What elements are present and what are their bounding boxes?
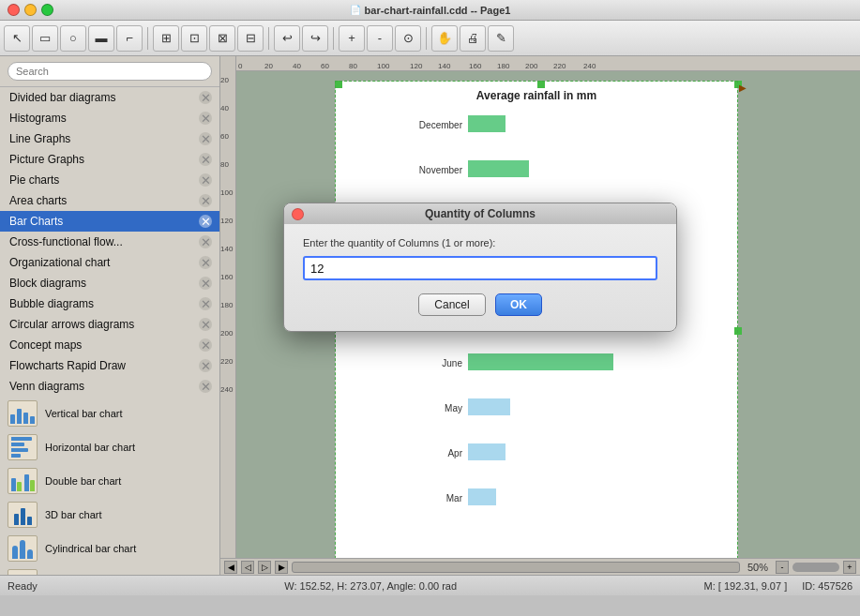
pan-tool[interactable]: ✋ [431, 25, 458, 52]
sidebar-item-divided-bar[interactable]: Divided bar diagrams ✕ [0, 87, 219, 108]
ok-button[interactable]: OK [495, 293, 542, 316]
element-id: ID: 457526 [802, 580, 852, 592]
zoom-out-button[interactable]: - [776, 561, 789, 574]
chart-row: May [401, 398, 728, 417]
sidebar-item-vertical-bar[interactable]: Vertical bar chart [0, 397, 219, 430]
chart-row: December [401, 115, 728, 134]
sidebar-item-area-charts[interactable]: Area charts ✕ [0, 190, 219, 211]
zoom-slider[interactable] [792, 563, 839, 572]
nav-right-button[interactable]: ▶ [275, 561, 288, 574]
sidebar-item-line-graphs[interactable]: Line Graphs ✕ [0, 128, 219, 149]
chart-bar-green [468, 115, 505, 132]
vertical-bar-icon [8, 400, 38, 427]
cancel-button[interactable]: Cancel [418, 293, 486, 316]
selection-handle-mr [734, 327, 742, 335]
coord3d-icon: ⊹ [8, 569, 38, 575]
ruler-v-mark: 140 [220, 245, 233, 253]
sidebar-item-close-icon[interactable]: ✕ [199, 318, 212, 331]
sidebar-item-close-icon[interactable]: ✕ [199, 235, 212, 248]
sidebar-item-concept-maps[interactable]: Concept maps ✕ [0, 335, 219, 355]
undo-tool[interactable]: ↩ [274, 25, 300, 52]
zoom-fit-tool[interactable]: ⊙ [395, 25, 421, 52]
chart-row-label: Apr [401, 448, 462, 458]
line-tool[interactable]: ▬ [88, 25, 114, 52]
sidebar-item-close-icon[interactable]: ✕ [199, 194, 212, 207]
ruler-mark: 160 [469, 62, 481, 70]
status-text: Ready [8, 580, 38, 592]
sidebar-item-close-icon[interactable]: ✕ [199, 132, 212, 145]
ruler-v-mark: 200 [220, 329, 233, 338]
distribute-tool[interactable]: ⊟ [237, 25, 264, 52]
ruler-mark: 60 [321, 62, 329, 70]
sidebar-item-picture-graphs[interactable]: Picture Graphs ✕ [0, 149, 219, 170]
canvas-row: 20 40 60 80 100 120 140 160 180 200 220 … [220, 71, 860, 558]
zoom-out-tool[interactable]: - [367, 25, 393, 52]
columns-input[interactable] [303, 256, 657, 280]
ruler-v-mark: 120 [220, 217, 233, 225]
sidebar-item-close-icon[interactable]: ✕ [199, 112, 212, 125]
dialog-close-button[interactable] [292, 208, 304, 220]
sidebar-item-org-chart[interactable]: Organizational chart ✕ [0, 252, 219, 273]
statusbar: Ready W: 152.52, H: 273.07, Angle: 0.00 … [0, 575, 860, 595]
sidebar-item-bar-charts[interactable]: Bar Charts ✕ [0, 211, 219, 232]
pencil-tool[interactable]: ✎ [488, 25, 514, 52]
ruler-v-mark: 220 [220, 357, 233, 366]
search-input[interactable] [8, 62, 212, 81]
sidebar-item-close-icon[interactable]: ✕ [199, 380, 212, 393]
redo-tool[interactable]: ↪ [302, 25, 328, 52]
separator-1 [147, 27, 148, 50]
bottom-nav-bar: ◀ ◁ ▷ ▶ 50% - + [220, 558, 860, 575]
print-tool[interactable]: 🖨 [460, 25, 486, 52]
canvas-inner: Average rainfall in mm December Novem [236, 71, 860, 558]
connector-tool[interactable]: ⌐ [116, 25, 143, 52]
ungroup-tool[interactable]: ⊡ [181, 25, 207, 52]
chart-row: June [401, 353, 728, 372]
horizontal-scrollbar[interactable] [292, 562, 740, 573]
sidebar-item-close-icon[interactable]: ✕ [199, 173, 212, 187]
sidebar-item-double-bar[interactable]: Double bar chart [0, 464, 219, 498]
sidebar-item-close-icon[interactable]: ✕ [199, 256, 212, 269]
zoom-in-button[interactable]: + [843, 561, 856, 574]
minimize-button[interactable] [24, 4, 37, 16]
sidebar-item-histograms[interactable]: Histograms ✕ [0, 108, 219, 128]
sidebar-item-flowcharts[interactable]: Flowcharts Rapid Draw ✕ [0, 355, 219, 376]
sidebar-item-venn-diagrams[interactable]: Venn diagrams ✕ [0, 376, 219, 397]
nav-next-button[interactable]: ▷ [258, 561, 271, 574]
nav-left-button[interactable]: ◀ [224, 561, 237, 574]
sidebar-item-coord3d[interactable]: ⊹ Coordinate system 3D [0, 565, 219, 575]
nav-prev-button[interactable]: ◁ [241, 561, 254, 574]
maximize-button[interactable] [41, 4, 53, 16]
rotate-handle[interactable]: ▶ [739, 83, 747, 93]
separator-3 [333, 27, 334, 50]
zoom-level: 50% [747, 562, 768, 573]
sidebar: Divided bar diagrams ✕ Histograms ✕ Line… [0, 56, 220, 575]
zoom-in-tool[interactable]: + [339, 25, 365, 52]
sidebar-item-pie-charts[interactable]: Pie charts ✕ [0, 170, 219, 190]
sidebar-item-close-icon[interactable]: ✕ [199, 338, 212, 352]
sidebar-item-close-icon[interactable]: ✕ [199, 215, 212, 228]
dialog-title: Quantity of Columns [425, 207, 536, 220]
chart-row-label: May [401, 403, 462, 413]
sidebar-item-close-icon[interactable]: ✕ [199, 297, 212, 310]
sidebar-item-cross-functional[interactable]: Cross-functional flow... ✕ [0, 232, 219, 252]
sidebar-item-circular-arrows[interactable]: Circular arrows diagrams ✕ [0, 314, 219, 335]
group-tool[interactable]: ⊞ [153, 25, 179, 52]
select-tool[interactable]: ↖ [4, 25, 30, 52]
close-button[interactable] [8, 4, 20, 16]
sidebar-item-3d-bar[interactable]: 3D bar chart [0, 498, 219, 532]
selection-handle-tc [537, 81, 545, 88]
mouse-coords: M: [ 192.31, 9.07 ] [704, 580, 788, 592]
sidebar-item-block-diagrams[interactable]: Block diagrams ✕ [0, 273, 219, 293]
sidebar-item-bubble-diagrams[interactable]: Bubble diagrams ✕ [0, 293, 219, 314]
horizontal-bar-icon [8, 434, 38, 460]
sidebar-item-horizontal-bar[interactable]: Horizontal bar chart [0, 430, 219, 464]
sidebar-item-cylindrical[interactable]: Cylindrical bar chart [0, 532, 219, 565]
ellipse-tool[interactable]: ○ [60, 25, 86, 52]
sidebar-item-close-icon[interactable]: ✕ [199, 359, 212, 372]
sidebar-item-close-icon[interactable]: ✕ [199, 91, 212, 104]
sidebar-item-close-icon[interactable]: ✕ [199, 277, 212, 290]
selection-handle-tl [335, 81, 342, 88]
sidebar-item-close-icon[interactable]: ✕ [199, 153, 212, 166]
rectangle-tool[interactable]: ▭ [32, 25, 58, 52]
align-tool[interactable]: ⊠ [209, 25, 235, 52]
